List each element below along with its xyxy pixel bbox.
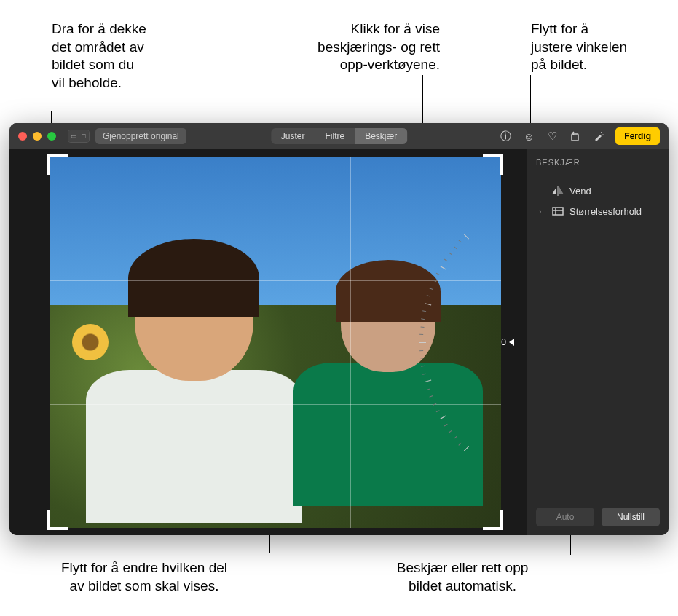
aspect-ratio-icon	[552, 205, 564, 217]
tab-adjust[interactable]: Juster	[271, 128, 315, 144]
face-icon[interactable]: ☺	[522, 130, 535, 143]
svg-rect-3	[558, 186, 559, 196]
zoom-window-button[interactable]	[47, 132, 56, 141]
dial-tick	[420, 326, 424, 328]
favorite-icon[interactable]: ♡	[545, 130, 559, 143]
callout-drag-crop: Dra for å dekke det området av bildet so…	[52, 20, 146, 92]
rotate-icon[interactable]	[569, 130, 582, 143]
photo-crop-region[interactable]: 0 // generate ticks inline after load vi…	[50, 157, 501, 528]
auto-enhance-icon[interactable]	[592, 130, 605, 143]
callout-click-tools: Klikk for å vise beskjærings- og rett op…	[276, 20, 440, 74]
callout-line	[422, 75, 423, 130]
angle-value-indicator: 0	[501, 337, 514, 347]
sidebar-title: BESKJÆR	[536, 158, 660, 173]
edit-mode-tabs: Juster Filtre Beskjær	[271, 128, 407, 144]
done-button[interactable]: Ferdig	[615, 127, 660, 145]
crop-handle-top-right[interactable]	[483, 154, 503, 175]
photos-editor-window: ▭ □ Gjenopprett original Juster Filtre B…	[9, 123, 669, 535]
zoom-level-toggle[interactable]: ▭ □	[68, 130, 90, 143]
dial-tick	[422, 318, 425, 320]
window-titlebar: ▭ □ Gjenopprett original Juster Filtre B…	[9, 123, 669, 149]
info-icon[interactable]: ⓘ	[499, 130, 512, 143]
callout-move-angle: Flytt for å justere vinkelen på bildet.	[531, 20, 627, 74]
sidebar-item-flip[interactable]: Vend	[536, 181, 660, 201]
straighten-angle-dial[interactable]: 0 // generate ticks inline after load vi…	[478, 266, 514, 419]
toolbar-right: ⓘ ☺ ♡ Ferdig	[499, 127, 660, 145]
close-window-button[interactable]	[18, 132, 27, 141]
crop-sidebar: BESKJÆR Vend › Størrelsesforhold Auto Nu…	[527, 149, 669, 535]
photo-content[interactable]	[50, 157, 501, 528]
tab-filters[interactable]: Filtre	[315, 128, 355, 144]
window-controls	[18, 132, 56, 141]
crop-handle-bottom-right[interactable]	[483, 510, 503, 530]
callout-move-image: Flytt for å endre hvilken del av bildet …	[31, 559, 257, 595]
chevron-right-icon: ›	[539, 208, 546, 216]
tab-crop[interactable]: Beskjær	[355, 128, 407, 144]
angle-value: 0	[501, 337, 506, 347]
crop-handle-bottom-left[interactable]	[47, 510, 68, 530]
callout-auto-crop: Beskjær eller rett opp bildet automatisk…	[364, 559, 561, 595]
sidebar-footer: Auto Nullstill	[536, 508, 660, 526]
minimize-window-button[interactable]	[33, 132, 42, 141]
svg-point-1	[601, 132, 602, 133]
sidebar-item-aspect[interactable]: › Størrelsesforhold	[536, 201, 660, 221]
svg-rect-4	[553, 208, 563, 215]
zoom-actual-icon: □	[79, 130, 89, 142]
editor-body: 0 // generate ticks inline after load vi…	[9, 149, 669, 535]
svg-point-2	[603, 134, 604, 135]
sidebar-item-label: Vend	[569, 186, 591, 197]
reset-button[interactable]: Nullstill	[602, 508, 660, 526]
sidebar-item-label: Størrelsesforhold	[569, 206, 642, 217]
dial-tick	[419, 342, 426, 343]
zoom-fit-icon: ▭	[68, 130, 79, 142]
svg-rect-0	[572, 134, 578, 141]
crop-handle-top-left[interactable]	[47, 154, 68, 175]
angle-pointer-icon	[509, 339, 514, 346]
restore-original-button[interactable]: Gjenopprett original	[95, 128, 186, 144]
dial-tick	[419, 350, 423, 351]
auto-crop-button[interactable]: Auto	[536, 508, 594, 526]
flip-icon	[552, 185, 564, 197]
canvas-area: 0 // generate ticks inline after load vi…	[9, 149, 527, 535]
